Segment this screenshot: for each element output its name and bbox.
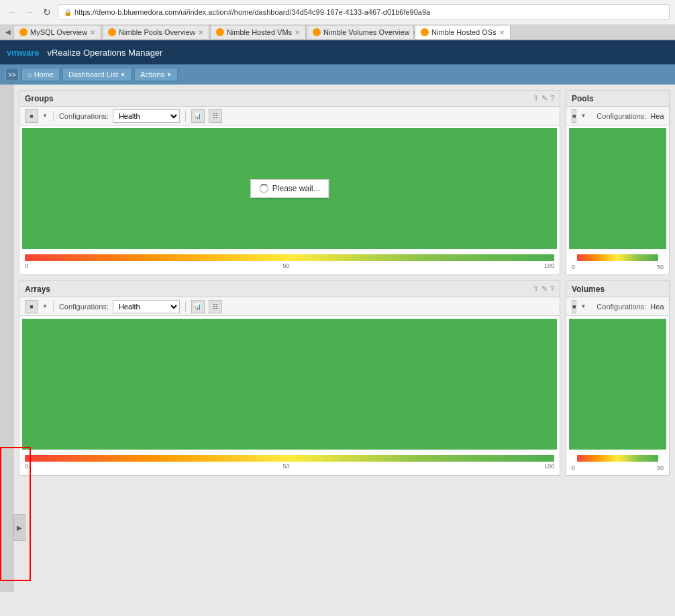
- groups-grid-btn[interactable]: ☷: [209, 109, 222, 123]
- dashboard-list-button[interactable]: Dashboard List ▼: [62, 68, 132, 81]
- groups-label-0: 0: [25, 262, 28, 269]
- volumes-toolbar-icon[interactable]: ■: [572, 300, 576, 313]
- groups-widget: Groups ⇧ ✎ ? ■ ▼ Configurations: Health: [19, 90, 560, 275]
- arrays-chart: [22, 319, 557, 450]
- groups-chart-container: Please wait...: [19, 128, 560, 249]
- back-button[interactable]: ←: [5, 5, 19, 19]
- tab-bar: ◀ MySQL Overview ✕ Nimble Pools Overview…: [0, 25, 675, 40]
- pools-widget-title: Pools: [572, 94, 594, 103]
- volumes-config-label: Configurations:: [596, 303, 646, 311]
- pools-color-bar: [577, 254, 658, 261]
- tab-icon-nimble-pools: [108, 28, 116, 36]
- sidebar: [0, 85, 13, 592]
- arrays-config-select[interactable]: Health: [113, 300, 180, 313]
- browser-chrome: ← → ↻ 🔒 https://demo-b.bluemedora.com/ui…: [0, 0, 675, 40]
- home-label: Home: [34, 70, 54, 79]
- pools-label-50: 50: [657, 264, 664, 270]
- arrays-label-100: 100: [544, 463, 554, 470]
- volumes-color-bar: [577, 455, 658, 462]
- tab-scroll-left[interactable]: ◀: [3, 28, 13, 36]
- arrays-edit-icon[interactable]: ✎: [541, 285, 548, 293]
- groups-label-50: 50: [282, 262, 289, 269]
- arrays-toolbar: ■ ▼ Configurations: Health 📊 ☷: [19, 297, 560, 316]
- groups-config-label: Configurations:: [59, 112, 109, 120]
- groups-label-100: 100: [544, 262, 554, 269]
- vmware-bar: vmware vRealize Operations Manager: [0, 40, 675, 64]
- expand-handle[interactable]: ▶: [13, 514, 25, 541]
- groups-widget-header: Groups ⇧ ✎ ?: [19, 91, 560, 107]
- arrays-widget: Arrays ⇧ ✎ ? ■ ▼ Configurations: Health: [19, 280, 560, 476]
- tab-mysql[interactable]: MySQL Overview ✕: [13, 25, 101, 39]
- dashboard-list-label: Dashboard List: [68, 70, 118, 79]
- arrays-widget-header: Arrays ⇧ ✎ ?: [19, 281, 560, 297]
- arrays-toolbar-arrow[interactable]: ▼: [42, 303, 48, 309]
- groups-toolbar-icon[interactable]: ■: [25, 109, 38, 123]
- tab-nimble-oss[interactable]: Nimble Hosted OSs ✕: [415, 25, 511, 40]
- nav-toggle-button[interactable]: >>: [5, 68, 19, 81]
- arrays-collapse-icon[interactable]: ⇧: [533, 285, 539, 293]
- groups-toolbar: ■ ▼ Configurations: Health 📊 ☷: [19, 107, 560, 125]
- groups-color-bar-labels: 0 50 100: [25, 262, 554, 269]
- groups-help-icon[interactable]: ?: [550, 94, 554, 103]
- groups-chart: Please wait...: [22, 128, 557, 249]
- groups-widget-controls: ⇧ ✎ ?: [533, 94, 554, 103]
- actions-button[interactable]: Actions ▼: [134, 68, 178, 81]
- volumes-label-0: 0: [572, 464, 575, 471]
- arrays-toolbar-icon[interactable]: ■: [25, 300, 38, 313]
- pools-widget-header: Pools: [566, 91, 669, 107]
- groups-widget-title: Groups: [25, 94, 54, 103]
- volumes-widget-title: Volumes: [572, 285, 605, 294]
- groups-toolbar-arrow[interactable]: ▼: [42, 113, 48, 119]
- pools-config-partial: Hea: [650, 112, 664, 120]
- arrays-separator: [53, 301, 54, 312]
- tab-label-nimble-vms: Nimble Hosted VMs: [227, 28, 292, 36]
- arrays-config-label: Configurations:: [59, 303, 109, 311]
- pools-toolbar-arrow[interactable]: ▼: [580, 113, 586, 119]
- please-wait-text: Please wait...: [272, 184, 320, 193]
- tab-nimble-volumes[interactable]: Nimble Volumes Overview ✕: [307, 25, 414, 39]
- tab-close-nimble-pools[interactable]: ✕: [198, 29, 203, 36]
- pools-config-label: Configurations:: [596, 112, 646, 120]
- pools-toolbar-icon[interactable]: ■: [572, 109, 576, 123]
- groups-edit-icon[interactable]: ✎: [541, 94, 548, 103]
- address-bar[interactable]: 🔒 https://demo-b.bluemedora.com/ui/index…: [58, 4, 670, 20]
- tab-close-nimble-oss[interactable]: ✕: [499, 29, 505, 36]
- home-nav-button[interactable]: ⌂ Home: [21, 68, 60, 81]
- please-wait-overlay: Please wait...: [250, 179, 329, 198]
- groups-collapse-icon[interactable]: ⇧: [533, 94, 539, 103]
- tab-nimble-vms[interactable]: Nimble Hosted VMs ✕: [210, 25, 306, 39]
- browser-toolbar: ← → ↻ 🔒 https://demo-b.bluemedora.com/ui…: [0, 0, 675, 25]
- arrays-label-50: 50: [282, 463, 289, 470]
- tab-icon-nimble-vms: [216, 28, 224, 36]
- groups-chart-btn[interactable]: 📊: [191, 109, 205, 123]
- arrays-chart-container: [19, 319, 560, 450]
- actions-label: Actions: [140, 70, 164, 79]
- dashboard-list-arrow: ▼: [120, 72, 125, 78]
- pools-color-bar-container: 0 50: [566, 252, 669, 274]
- vmware-logo-ware: ware: [19, 48, 40, 58]
- nav-bar: >> ⌂ Home Dashboard List ▼ Actions ▼: [0, 64, 675, 85]
- tab-close-mysql[interactable]: ✕: [90, 29, 95, 36]
- groups-color-bar: [25, 254, 554, 261]
- arrays-color-bar-container: 0 50 100: [19, 452, 560, 475]
- forward-button[interactable]: →: [23, 5, 36, 19]
- arrays-help-icon[interactable]: ?: [550, 285, 554, 293]
- actions-arrow: ▼: [166, 72, 172, 78]
- arrays-label-0: 0: [25, 463, 28, 470]
- arrays-grid-btn[interactable]: ☷: [209, 300, 222, 313]
- groups-config-select[interactable]: Health: [113, 109, 180, 123]
- tab-nimble-pools[interactable]: Nimble Pools Overview ✕: [102, 25, 209, 39]
- right-column: Pools ■ ▼ Configurations: Hea 0 50: [566, 90, 670, 586]
- groups-separator: [53, 111, 54, 121]
- content-wrapper: ▶ Groups ⇧ ✎ ? ■ ▼ Co: [0, 85, 675, 592]
- refresh-button[interactable]: ↻: [40, 5, 54, 19]
- volumes-toolbar-arrow[interactable]: ▼: [580, 303, 586, 309]
- tab-icon-nimble-volumes: [313, 28, 321, 36]
- spinner: [259, 184, 268, 193]
- arrays-separator-2: [185, 301, 186, 312]
- tab-icon-mysql: [19, 28, 28, 36]
- pools-toolbar: ■ ▼ Configurations: Hea: [566, 107, 669, 125]
- tab-close-nimble-vms[interactable]: ✕: [295, 29, 300, 36]
- arrays-chart-btn[interactable]: 📊: [191, 300, 205, 313]
- pools-label-0: 0: [572, 264, 575, 270]
